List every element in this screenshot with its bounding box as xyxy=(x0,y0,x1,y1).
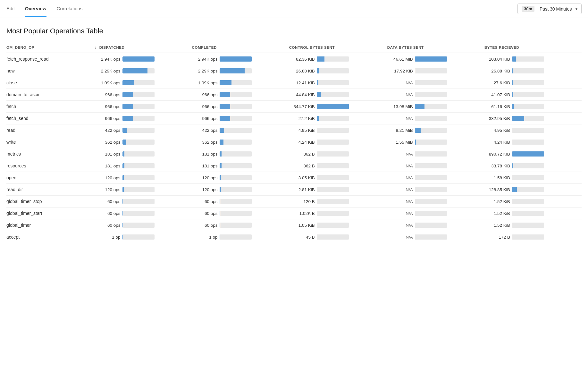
bar-background xyxy=(415,211,447,216)
bar-fill xyxy=(122,80,134,85)
bar-background xyxy=(220,187,252,192)
bar-fill xyxy=(220,151,222,157)
cell-op-name: read xyxy=(6,124,95,136)
bar-fill xyxy=(512,80,513,85)
main-content: Most Popular Operations Table OM_DENO_OP… xyxy=(0,18,588,250)
bar-fill xyxy=(512,68,513,73)
tab-edit[interactable]: Edit xyxy=(6,1,15,17)
bar-background xyxy=(122,175,155,180)
bar-fill xyxy=(122,163,124,168)
bar-fill xyxy=(512,163,513,168)
bar-fill xyxy=(122,104,133,109)
cell-op-name: open xyxy=(6,172,95,184)
bar-background xyxy=(122,104,155,109)
time-badge: 30m xyxy=(522,6,534,12)
bar-background xyxy=(317,92,349,97)
bar-fill xyxy=(122,92,133,97)
col-header-dispatched[interactable]: ↓ DISPATCHED xyxy=(95,43,192,53)
bar-background xyxy=(317,140,349,145)
bar-fill xyxy=(122,211,123,216)
col-header-data-bytes[interactable]: DATA BYTES SENT xyxy=(387,43,484,53)
bar-fill xyxy=(122,187,124,192)
table-row: write362 ops362 ops4.24 KiB1.55 MiB4.24 … xyxy=(6,136,582,148)
bar-fill xyxy=(122,128,127,133)
tab-correlations[interactable]: Correlations xyxy=(57,1,83,17)
bar-background xyxy=(220,234,252,240)
cell-op-name: resources xyxy=(6,160,95,172)
bar-background xyxy=(317,116,349,121)
header: Edit Overview Correlations 30m Past 30 M… xyxy=(0,0,588,18)
bar-background xyxy=(415,175,447,180)
bar-fill xyxy=(512,199,512,204)
bar-background xyxy=(317,211,349,216)
bar-fill xyxy=(512,140,512,145)
tab-overview[interactable]: Overview xyxy=(25,1,46,17)
bar-background xyxy=(512,80,544,85)
bar-background xyxy=(220,116,252,121)
bar-background xyxy=(415,163,447,168)
bar-fill xyxy=(512,92,513,97)
bar-fill xyxy=(317,187,317,192)
bar-background xyxy=(317,223,349,228)
bar-background xyxy=(122,92,155,97)
cell-op-name: global_timer xyxy=(6,219,95,231)
bar-background xyxy=(512,199,544,204)
bar-background xyxy=(220,199,252,204)
cell-op-name: metrics xyxy=(6,148,95,160)
chevron-down-icon: ▾ xyxy=(575,7,577,11)
bar-fill xyxy=(512,128,512,133)
col-header-ctrl-bytes[interactable]: CONTROL BYTES SENT xyxy=(289,43,387,53)
bar-fill xyxy=(415,140,416,145)
bar-fill xyxy=(512,211,512,216)
bar-fill xyxy=(220,56,252,62)
nav-tabs: Edit Overview Correlations xyxy=(6,1,517,17)
bar-fill xyxy=(317,223,317,228)
bar-background xyxy=(220,223,252,228)
bar-background xyxy=(415,187,447,192)
bar-fill xyxy=(220,175,221,180)
bar-background xyxy=(512,140,544,145)
bar-background xyxy=(220,92,252,97)
bar-fill xyxy=(317,151,317,157)
bar-fill xyxy=(220,187,221,192)
bar-background xyxy=(512,163,544,168)
table-row: now2.29K ops2.29K ops26.88 KiB17.92 KiB2… xyxy=(6,65,582,77)
bar-fill xyxy=(220,163,222,168)
col-header-op[interactable]: OM_DENO_OP xyxy=(6,43,95,53)
bar-fill xyxy=(317,104,349,109)
bar-background xyxy=(415,140,447,145)
bar-background xyxy=(317,199,349,204)
bar-fill xyxy=(220,104,230,109)
bar-background xyxy=(512,234,544,240)
bar-background xyxy=(317,104,349,109)
bar-fill xyxy=(122,140,126,145)
bar-background xyxy=(220,68,252,73)
bar-background xyxy=(512,56,544,62)
bar-fill xyxy=(122,151,124,157)
table-row: read_dir120 ops120 ops2.81 KiBN/A128.85 … xyxy=(6,184,582,196)
bar-fill xyxy=(220,140,223,145)
cell-op-name: fetch_send xyxy=(6,113,95,124)
bar-background xyxy=(512,211,544,216)
bar-background xyxy=(122,140,155,145)
bar-background xyxy=(415,128,447,133)
bar-background xyxy=(122,80,155,85)
bar-fill xyxy=(220,92,230,97)
bar-fill xyxy=(317,128,317,133)
bar-background xyxy=(220,128,252,133)
table-row: read422 ops422 ops4.95 KiB8.21 MiB4.95 K… xyxy=(6,124,582,136)
bar-background xyxy=(122,211,155,216)
col-header-bytes-recv[interactable]: BYTES RECIEVED xyxy=(484,43,582,53)
bar-fill xyxy=(512,187,517,192)
bar-background xyxy=(512,104,544,109)
bar-fill xyxy=(122,56,155,62)
bar-background xyxy=(512,187,544,192)
bar-fill xyxy=(317,211,317,216)
time-selector[interactable]: 30m Past 30 Minutes ▾ xyxy=(517,4,582,14)
col-header-completed[interactable]: COMPLETED xyxy=(192,43,289,53)
cell-op-name: fetch_response_read xyxy=(6,53,95,65)
cell-op-name: read_dir xyxy=(6,184,95,196)
bar-background xyxy=(122,223,155,228)
bar-background xyxy=(122,163,155,168)
bar-background xyxy=(122,56,155,62)
